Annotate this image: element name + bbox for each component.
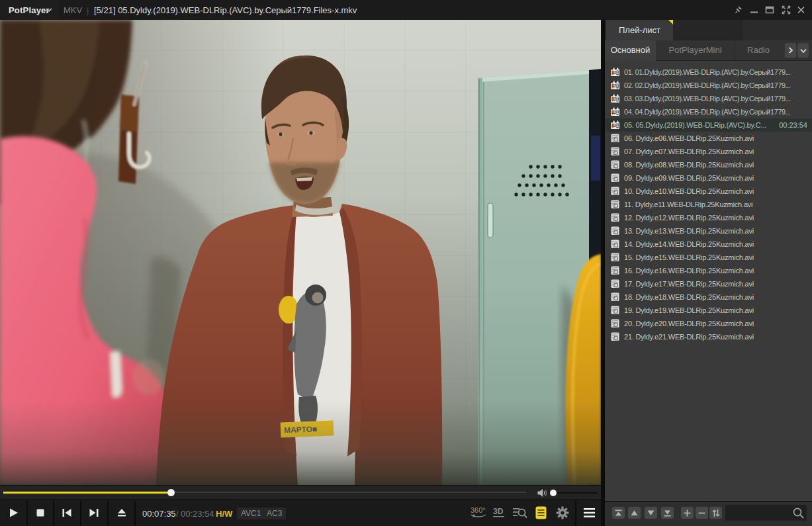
- svg-text:3D: 3D: [493, 507, 504, 516]
- svg-text:360°: 360°: [471, 506, 486, 514]
